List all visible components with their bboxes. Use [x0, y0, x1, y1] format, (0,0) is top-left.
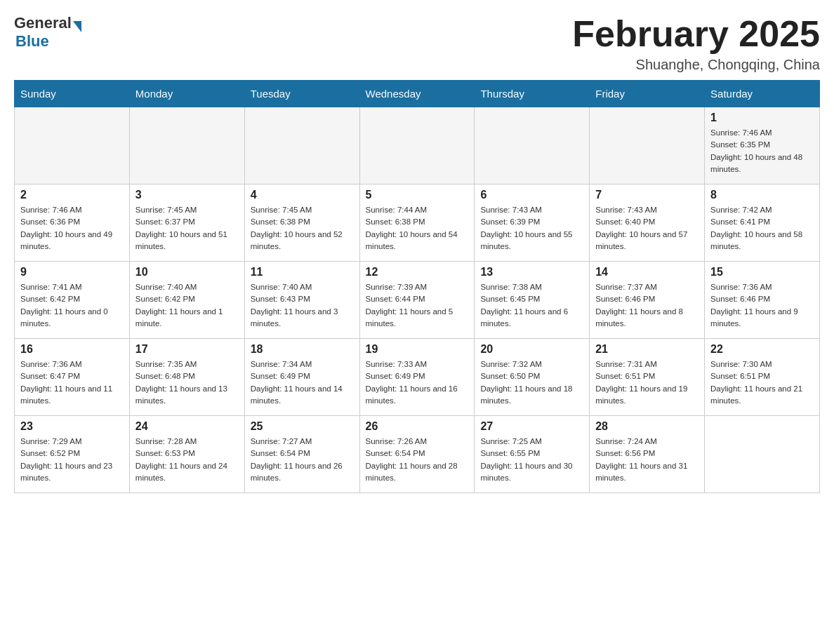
calendar-day-cell: 25Sunrise: 7:27 AMSunset: 6:54 PMDayligh…: [244, 416, 359, 493]
day-number: 26: [366, 420, 469, 433]
calendar-day-cell: [475, 107, 590, 185]
logo-arrow-icon: [73, 21, 81, 32]
calendar-title: February 2025: [572, 14, 820, 54]
calendar-day-cell: 17Sunrise: 7:35 AMSunset: 6:48 PMDayligh…: [129, 339, 244, 416]
day-number: 8: [710, 189, 814, 201]
calendar-day-cell: 23Sunrise: 7:29 AMSunset: 6:52 PMDayligh…: [15, 416, 130, 493]
calendar-day-cell: 16Sunrise: 7:36 AMSunset: 6:47 PMDayligh…: [15, 339, 130, 416]
day-of-week-header: Thursday: [475, 81, 590, 107]
day-info: Sunrise: 7:31 AMSunset: 6:51 PMDaylight:…: [595, 358, 699, 407]
day-number: 13: [480, 266, 583, 279]
calendar-day-cell: 1Sunrise: 7:46 AMSunset: 6:35 PMDaylight…: [705, 107, 820, 185]
calendar-day-cell: 20Sunrise: 7:32 AMSunset: 6:50 PMDayligh…: [475, 339, 590, 416]
day-number: 18: [251, 343, 354, 356]
calendar-day-cell: 19Sunrise: 7:33 AMSunset: 6:49 PMDayligh…: [359, 339, 475, 416]
logo-general-text: General: [14, 14, 72, 32]
calendar-subtitle: Shuanghe, Chongqing, China: [572, 57, 820, 73]
day-info: Sunrise: 7:45 AMSunset: 6:37 PMDaylight:…: [135, 204, 239, 253]
day-info: Sunrise: 7:46 AMSunset: 6:36 PMDaylight:…: [20, 204, 124, 253]
calendar-week-row: 1Sunrise: 7:46 AMSunset: 6:35 PMDaylight…: [15, 107, 820, 185]
calendar-day-cell: [590, 107, 705, 185]
day-info: Sunrise: 7:44 AMSunset: 6:38 PMDaylight:…: [366, 204, 469, 253]
day-number: 19: [366, 343, 469, 356]
day-number: 9: [20, 266, 124, 279]
day-number: 16: [20, 343, 124, 356]
day-of-week-header: Saturday: [705, 81, 820, 107]
day-number: 23: [20, 420, 124, 433]
day-info: Sunrise: 7:29 AMSunset: 6:52 PMDaylight:…: [20, 436, 124, 484]
calendar-day-cell: 2Sunrise: 7:46 AMSunset: 6:36 PMDaylight…: [15, 185, 130, 262]
day-info: Sunrise: 7:36 AMSunset: 6:46 PMDaylight:…: [710, 281, 814, 330]
day-info: Sunrise: 7:38 AMSunset: 6:45 PMDaylight:…: [480, 281, 583, 330]
day-number: 4: [251, 189, 354, 201]
calendar-header-row: SundayMondayTuesdayWednesdayThursdayFrid…: [15, 81, 820, 107]
calendar-day-cell: 15Sunrise: 7:36 AMSunset: 6:46 PMDayligh…: [705, 262, 820, 339]
day-number: 1: [710, 112, 814, 124]
calendar-day-cell: 4Sunrise: 7:45 AMSunset: 6:38 PMDaylight…: [244, 185, 359, 262]
calendar-day-cell: 28Sunrise: 7:24 AMSunset: 6:56 PMDayligh…: [590, 416, 705, 493]
calendar-day-cell: [15, 107, 130, 185]
day-of-week-header: Tuesday: [244, 81, 359, 107]
day-number: 24: [135, 420, 239, 433]
day-of-week-header: Sunday: [15, 81, 130, 107]
day-info: Sunrise: 7:37 AMSunset: 6:46 PMDaylight:…: [595, 281, 699, 330]
calendar-week-row: 9Sunrise: 7:41 AMSunset: 6:42 PMDaylight…: [15, 262, 820, 339]
calendar-table: SundayMondayTuesdayWednesdayThursdayFrid…: [14, 80, 820, 493]
day-info: Sunrise: 7:33 AMSunset: 6:49 PMDaylight:…: [366, 358, 469, 407]
day-number: 5: [366, 189, 469, 201]
day-of-week-header: Friday: [590, 81, 705, 107]
calendar-day-cell: 10Sunrise: 7:40 AMSunset: 6:42 PMDayligh…: [129, 262, 244, 339]
day-info: Sunrise: 7:24 AMSunset: 6:56 PMDaylight:…: [595, 436, 699, 484]
calendar-day-cell: 3Sunrise: 7:45 AMSunset: 6:37 PMDaylight…: [129, 185, 244, 262]
day-info: Sunrise: 7:46 AMSunset: 6:35 PMDaylight:…: [710, 127, 814, 175]
calendar-day-cell: 7Sunrise: 7:43 AMSunset: 6:40 PMDaylight…: [590, 185, 705, 262]
calendar-day-cell: 6Sunrise: 7:43 AMSunset: 6:39 PMDaylight…: [475, 185, 590, 262]
day-number: 20: [480, 343, 583, 356]
logo: General Blue: [14, 14, 81, 51]
calendar-day-cell: 26Sunrise: 7:26 AMSunset: 6:54 PMDayligh…: [359, 416, 475, 493]
day-number: 21: [595, 343, 699, 356]
day-number: 27: [480, 420, 583, 433]
day-info: Sunrise: 7:39 AMSunset: 6:44 PMDaylight:…: [366, 281, 469, 330]
day-number: 6: [480, 189, 583, 201]
day-info: Sunrise: 7:26 AMSunset: 6:54 PMDaylight:…: [366, 436, 469, 484]
day-info: Sunrise: 7:27 AMSunset: 6:54 PMDaylight:…: [251, 436, 354, 484]
title-block: February 2025 Shuanghe, Chongqing, China: [572, 14, 820, 73]
calendar-day-cell: 13Sunrise: 7:38 AMSunset: 6:45 PMDayligh…: [475, 262, 590, 339]
day-info: Sunrise: 7:41 AMSunset: 6:42 PMDaylight:…: [20, 281, 124, 330]
calendar-week-row: 23Sunrise: 7:29 AMSunset: 6:52 PMDayligh…: [15, 416, 820, 493]
calendar-day-cell: 27Sunrise: 7:25 AMSunset: 6:55 PMDayligh…: [475, 416, 590, 493]
day-info: Sunrise: 7:28 AMSunset: 6:53 PMDaylight:…: [135, 436, 239, 484]
day-info: Sunrise: 7:35 AMSunset: 6:48 PMDaylight:…: [135, 358, 239, 407]
day-info: Sunrise: 7:25 AMSunset: 6:55 PMDaylight:…: [480, 436, 583, 484]
calendar-day-cell: 12Sunrise: 7:39 AMSunset: 6:44 PMDayligh…: [359, 262, 475, 339]
calendar-day-cell: 14Sunrise: 7:37 AMSunset: 6:46 PMDayligh…: [590, 262, 705, 339]
calendar-day-cell: 5Sunrise: 7:44 AMSunset: 6:38 PMDaylight…: [359, 185, 475, 262]
day-of-week-header: Wednesday: [359, 81, 475, 107]
day-info: Sunrise: 7:36 AMSunset: 6:47 PMDaylight:…: [20, 358, 124, 407]
day-number: 25: [251, 420, 354, 433]
day-info: Sunrise: 7:34 AMSunset: 6:49 PMDaylight:…: [251, 358, 354, 407]
day-info: Sunrise: 7:32 AMSunset: 6:50 PMDaylight:…: [480, 358, 583, 407]
day-number: 17: [135, 343, 239, 356]
day-number: 7: [595, 189, 699, 201]
day-info: Sunrise: 7:30 AMSunset: 6:51 PMDaylight:…: [710, 358, 814, 407]
day-number: 11: [251, 266, 354, 279]
calendar-day-cell: [359, 107, 475, 185]
day-info: Sunrise: 7:43 AMSunset: 6:39 PMDaylight:…: [480, 204, 583, 253]
calendar-day-cell: 21Sunrise: 7:31 AMSunset: 6:51 PMDayligh…: [590, 339, 705, 416]
day-number: 10: [135, 266, 239, 279]
calendar-day-cell: 11Sunrise: 7:40 AMSunset: 6:43 PMDayligh…: [244, 262, 359, 339]
day-info: Sunrise: 7:40 AMSunset: 6:43 PMDaylight:…: [251, 281, 354, 330]
day-info: Sunrise: 7:43 AMSunset: 6:40 PMDaylight:…: [595, 204, 699, 253]
page-header: General Blue February 2025 Shuanghe, Cho…: [14, 14, 820, 73]
day-number: 12: [366, 266, 469, 279]
calendar-day-cell: [705, 416, 820, 493]
day-info: Sunrise: 7:40 AMSunset: 6:42 PMDaylight:…: [135, 281, 239, 330]
day-info: Sunrise: 7:42 AMSunset: 6:41 PMDaylight:…: [710, 204, 814, 253]
calendar-day-cell: 18Sunrise: 7:34 AMSunset: 6:49 PMDayligh…: [244, 339, 359, 416]
calendar-week-row: 2Sunrise: 7:46 AMSunset: 6:36 PMDaylight…: [15, 185, 820, 262]
day-info: Sunrise: 7:45 AMSunset: 6:38 PMDaylight:…: [251, 204, 354, 253]
calendar-day-cell: 9Sunrise: 7:41 AMSunset: 6:42 PMDaylight…: [15, 262, 130, 339]
day-number: 14: [595, 266, 699, 279]
